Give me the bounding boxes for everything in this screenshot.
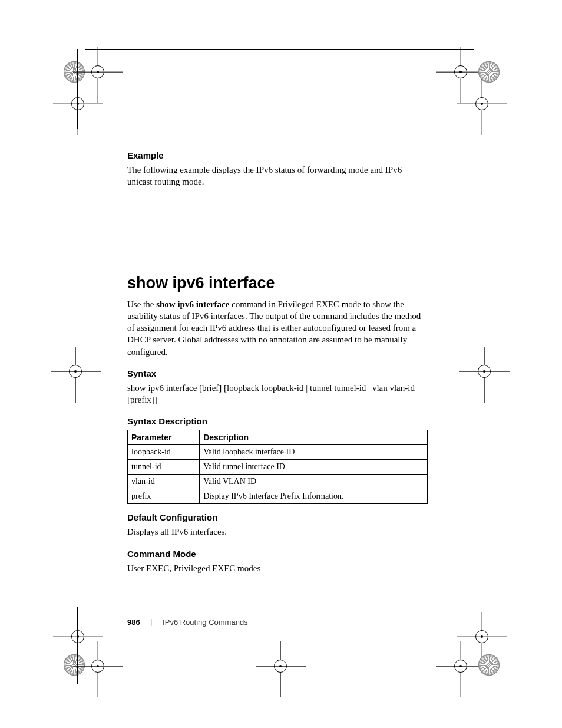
crop-line bbox=[482, 607, 482, 684]
registration-mark-icon bbox=[71, 97, 85, 111]
crop-line bbox=[85, 49, 474, 50]
table-row: prefix Display IPv6 Interface Prefix Inf… bbox=[128, 489, 428, 504]
registration-mark-icon bbox=[71, 630, 85, 644]
param-cell: tunnel-id bbox=[128, 460, 200, 475]
table-header-row: Parameter Description bbox=[128, 430, 428, 445]
registration-mark-icon bbox=[64, 654, 85, 676]
table-row: loopback-id Valid loopback interface ID bbox=[128, 445, 428, 460]
registration-mark-icon bbox=[91, 659, 105, 673]
page-content: Example The following example displays t… bbox=[127, 150, 428, 585]
desc-cell: Valid VLAN ID bbox=[200, 475, 428, 489]
default-config-heading: Default Configuration bbox=[127, 512, 428, 522]
param-cell: vlan-id bbox=[128, 475, 200, 489]
desc-cell: Display IPv6 Interface Prefix Informatio… bbox=[200, 489, 428, 504]
command-mode-body: User EXEC, Privileged EXEC modes bbox=[127, 562, 428, 574]
syntax-description-table: Parameter Description loopback-id Valid … bbox=[127, 430, 428, 504]
param-cell: loopback-id bbox=[128, 445, 200, 460]
syntax-description-heading: Syntax Description bbox=[127, 416, 428, 426]
syntax-heading: Syntax bbox=[127, 368, 428, 378]
registration-mark-icon bbox=[273, 659, 287, 673]
registration-mark-icon bbox=[454, 659, 468, 673]
col-description: Description bbox=[200, 430, 428, 445]
command-title: show ipv6 interface bbox=[127, 274, 428, 292]
intro-bold: show ipv6 interface bbox=[156, 299, 229, 309]
registration-mark-icon bbox=[454, 65, 468, 79]
crop-line bbox=[77, 607, 78, 684]
page-number: 986 bbox=[127, 618, 140, 627]
command-intro: Use the show ipv6 interface command in P… bbox=[127, 298, 428, 358]
param-cell: prefix bbox=[128, 489, 200, 504]
command-mode-heading: Command Mode bbox=[127, 549, 428, 559]
col-parameter: Parameter bbox=[128, 430, 200, 445]
desc-cell: Valid tunnel interface ID bbox=[200, 460, 428, 475]
registration-mark-icon bbox=[477, 364, 491, 378]
syntax-body: show ipv6 interface [brief] [loopback lo… bbox=[127, 382, 428, 406]
page-footer: 986 | IPv6 Routing Commands bbox=[127, 618, 248, 627]
crop-line bbox=[482, 49, 482, 129]
intro-prefix: Use the bbox=[127, 299, 156, 309]
registration-mark-icon bbox=[68, 364, 82, 378]
desc-cell: Valid loopback interface ID bbox=[200, 445, 428, 460]
table-row: vlan-id Valid VLAN ID bbox=[128, 475, 428, 489]
section-gap bbox=[127, 199, 428, 274]
example-body: The following example displays the IPv6 … bbox=[127, 164, 428, 188]
registration-mark-icon bbox=[91, 65, 105, 79]
example-heading: Example bbox=[127, 150, 428, 160]
default-config-body: Displays all IPv6 interfaces. bbox=[127, 526, 428, 538]
footer-divider: | bbox=[151, 618, 152, 627]
footer-section-name: IPv6 Routing Commands bbox=[163, 618, 248, 627]
crop-line bbox=[77, 49, 78, 129]
table-row: tunnel-id Valid tunnel interface ID bbox=[128, 460, 428, 475]
